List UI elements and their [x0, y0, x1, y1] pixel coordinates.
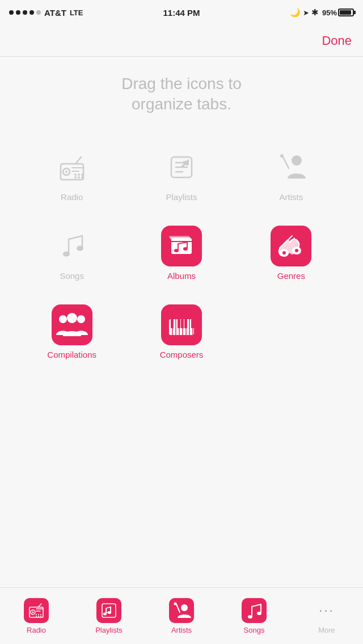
svg-point-33	[282, 251, 286, 255]
svg-point-62	[36, 616, 37, 617]
tab-artists-icon	[169, 598, 194, 623]
status-left: AT&T LTE	[9, 8, 83, 18]
carrier-label: AT&T	[44, 8, 66, 18]
svg-line-58	[38, 604, 41, 607]
grid-item-genres[interactable]: Genres	[237, 217, 346, 290]
compilations-label: Compilations	[47, 350, 96, 359]
tab-playlists-icon	[96, 598, 121, 623]
svg-point-34	[295, 249, 298, 252]
svg-point-61	[40, 614, 41, 615]
battery-label: 95%	[322, 9, 337, 17]
songs-icon-box	[52, 226, 92, 266]
tab-songs-icon	[242, 598, 267, 623]
svg-point-10	[78, 176, 80, 179]
grid-item-artists[interactable]: Artists	[237, 138, 346, 211]
svg-point-8	[81, 173, 83, 176]
svg-point-28	[183, 247, 188, 251]
icons-grid: Radio Playlists	[11, 138, 352, 368]
svg-point-9	[74, 176, 77, 179]
songs-label: Songs	[60, 271, 84, 281]
svg-point-55	[32, 611, 34, 613]
grid-item-compilations[interactable]: Compilations	[17, 295, 126, 368]
svg-point-59	[36, 614, 37, 615]
svg-point-70	[181, 604, 188, 611]
svg-rect-48	[171, 319, 174, 328]
svg-rect-49	[178, 319, 180, 328]
svg-rect-30	[169, 236, 189, 238]
svg-point-38	[77, 315, 85, 323]
composers-label: Composers	[160, 350, 204, 359]
svg-point-24	[77, 245, 83, 251]
genres-label: Genres	[277, 271, 305, 281]
nav-bar: Done	[0, 25, 363, 57]
svg-point-74	[257, 612, 261, 615]
svg-point-20	[292, 155, 302, 166]
svg-point-6	[74, 173, 77, 176]
svg-point-73	[248, 615, 252, 618]
svg-point-37	[59, 315, 67, 323]
svg-line-71	[176, 604, 180, 612]
grid-item-radio[interactable]: Radio	[17, 138, 126, 211]
status-icons: 🌙 ➤ ✱	[290, 7, 319, 18]
battery-icon	[338, 9, 354, 16]
battery-container: 95%	[322, 9, 354, 17]
tab-radio[interactable]: Radio	[0, 598, 73, 634]
svg-point-39	[67, 313, 77, 323]
location-icon: ➤	[303, 9, 309, 17]
tab-bar: Radio Playlists Artists	[0, 587, 363, 644]
svg-rect-25	[171, 238, 192, 254]
svg-line-21	[283, 157, 289, 168]
svg-point-63	[38, 616, 39, 617]
svg-point-2	[65, 171, 67, 173]
playlists-icon-box	[161, 147, 202, 188]
svg-point-11	[81, 176, 83, 179]
grid-item-composers[interactable]: Composers	[126, 295, 236, 368]
grid-item-albums[interactable]: Albums	[126, 217, 236, 290]
main-content: Drag the icons toorganize tabs.	[0, 57, 363, 374]
more-dots-icon: ···	[319, 604, 334, 617]
tab-more-icon: ···	[314, 598, 339, 623]
artists-label: Artists	[279, 192, 303, 202]
svg-point-23	[63, 251, 70, 256]
genres-icon-box	[271, 226, 311, 266]
svg-point-72	[174, 602, 177, 605]
tab-radio-icon	[24, 598, 49, 623]
svg-rect-50	[181, 319, 184, 328]
tab-playlists[interactable]: Playlists	[73, 598, 145, 634]
tab-artists[interactable]: Artists	[145, 598, 218, 634]
signal-dots	[9, 10, 41, 15]
compilations-icon-box	[52, 304, 92, 345]
svg-rect-65	[102, 604, 116, 617]
svg-point-27	[174, 249, 179, 252]
tab-songs-label: Songs	[244, 626, 265, 634]
bluetooth-icon: ✱	[311, 7, 319, 18]
svg-point-7	[78, 173, 80, 176]
done-button[interactable]: Done	[322, 33, 352, 48]
time-label: 11:44 PM	[163, 8, 200, 18]
grid-item-playlists[interactable]: Playlists	[126, 138, 236, 211]
svg-point-22	[280, 154, 284, 158]
svg-point-64	[40, 616, 41, 617]
moon-icon: 🌙	[290, 7, 301, 18]
svg-point-60	[38, 614, 39, 615]
tab-more-label: More	[318, 626, 335, 634]
radio-label: Radio	[61, 192, 83, 202]
tab-songs[interactable]: Songs	[218, 598, 290, 634]
playlists-label: Playlists	[166, 192, 197, 202]
svg-rect-51	[184, 319, 187, 328]
albums-icon-box	[161, 226, 202, 266]
status-bar: AT&T LTE 11:44 PM 🌙 ➤ ✱ 95%	[0, 0, 363, 25]
tab-artists-label: Artists	[171, 626, 192, 634]
tab-more[interactable]: ··· More	[290, 598, 363, 634]
network-label: LTE	[70, 9, 83, 17]
svg-line-5	[75, 157, 81, 164]
tab-playlists-label: Playlists	[95, 626, 123, 634]
tab-radio-label: Radio	[27, 626, 46, 634]
instruction-text: Drag the icons toorganize tabs.	[11, 74, 352, 115]
composers-icon-box	[161, 304, 202, 345]
artists-icon-box	[271, 147, 311, 188]
svg-rect-52	[191, 319, 194, 328]
status-right: 🌙 ➤ ✱ 95%	[290, 7, 354, 18]
radio-icon-box	[52, 147, 92, 188]
grid-item-songs[interactable]: Songs	[17, 217, 126, 290]
